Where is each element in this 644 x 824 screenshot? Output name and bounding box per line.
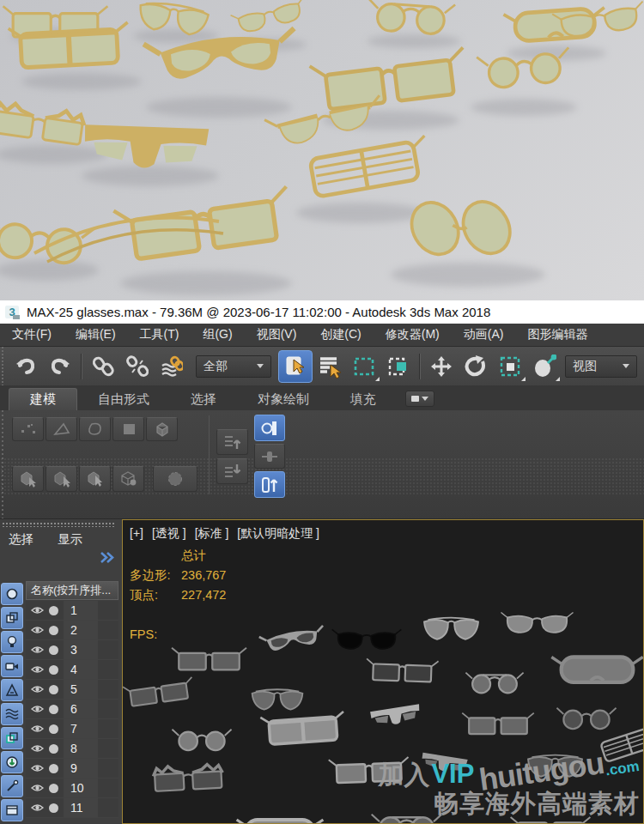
menu-tools[interactable]: 工具(T) <box>128 324 191 346</box>
viewport-menu-shading[interactable]: [默认明暗处理 ] <box>237 526 319 542</box>
viewport-menu-standard[interactable]: [标准 ] <box>195 526 229 542</box>
viewport-object[interactable] <box>511 817 591 823</box>
table-row[interactable]: 11 <box>26 798 118 818</box>
modifier-stack-down-button[interactable] <box>216 458 248 484</box>
selection-filter-dropdown[interactable]: 全部 <box>196 355 271 378</box>
unlink-button[interactable] <box>120 350 155 383</box>
menu-views[interactable]: 视图(V) <box>245 324 309 346</box>
geometry-filter-button[interactable] <box>1 583 23 605</box>
toggle-tube-button[interactable] <box>254 471 285 498</box>
viewport-menu-pov[interactable]: [透视 ] <box>152 526 186 542</box>
border-mode-button[interactable] <box>79 417 111 441</box>
menu-file[interactable]: 文件(F) <box>0 324 64 346</box>
visibility-eye-icon[interactable] <box>31 665 44 674</box>
viewport-object[interactable] <box>260 712 345 745</box>
visibility-eye-icon[interactable] <box>31 685 44 694</box>
redo-button[interactable] <box>43 350 77 383</box>
visibility-eye-icon[interactable] <box>31 803 44 812</box>
select-and-place-button[interactable] <box>527 350 562 383</box>
table-row[interactable]: 9 <box>26 759 118 779</box>
show-end-result-button[interactable] <box>254 415 285 441</box>
viewport-object[interactable] <box>237 820 324 823</box>
visibility-eye-icon[interactable] <box>31 784 44 792</box>
table-row[interactable]: 7 <box>26 719 118 739</box>
bind-to-space-warp-button[interactable] <box>155 350 189 383</box>
menu-group[interactable]: 组(G) <box>191 324 244 346</box>
groups-filter-button[interactable] <box>1 727 23 749</box>
menu-modifiers[interactable]: 修改器(M) <box>374 324 452 346</box>
viewport-object[interactable] <box>370 704 421 727</box>
expand-toolbar-icon[interactable] <box>100 552 115 563</box>
table-row[interactable]: 2 <box>26 621 118 640</box>
select-object-button[interactable] <box>278 350 313 383</box>
viewport-object[interactable] <box>462 713 534 734</box>
viewport-object[interactable] <box>366 658 438 682</box>
table-row[interactable]: 4 <box>26 660 118 680</box>
visibility-eye-icon[interactable] <box>31 744 44 753</box>
select-and-move-button[interactable] <box>424 350 459 383</box>
visibility-eye-icon[interactable] <box>31 705 44 713</box>
preview-subobject-button[interactable] <box>12 466 44 492</box>
explorer-grip[interactable] <box>2 522 115 527</box>
containers-filter-button[interactable] <box>1 799 23 821</box>
table-row[interactable]: 5 <box>26 680 118 700</box>
undo-button[interactable] <box>9 350 43 383</box>
viewport-object[interactable] <box>153 764 223 791</box>
modifier-stack-up-button[interactable] <box>216 429 248 455</box>
explorer-menu-display[interactable]: 显示 <box>52 530 88 549</box>
menu-animation[interactable]: 动画(A) <box>452 324 516 346</box>
table-row[interactable]: 3 <box>26 640 118 660</box>
xref-filter-button[interactable] <box>1 751 23 773</box>
ribbon-tab-object-paint[interactable]: 对象绘制 <box>237 388 330 410</box>
helpers-filter-button[interactable] <box>1 679 23 701</box>
reference-coordsys-dropdown[interactable]: 视图 <box>565 355 637 378</box>
name-column-header[interactable]: 名称(按升序排... <box>26 581 118 600</box>
table-row[interactable]: 8 <box>26 739 118 759</box>
visibility-eye-icon[interactable] <box>31 626 44 634</box>
table-row[interactable]: 10 <box>26 779 118 798</box>
menu-create[interactable]: 创建(C) <box>308 324 373 346</box>
perspective-viewport[interactable]: [+] [透视 ] [标准 ] [默认明暗处理 ] 总计 多边形: 236,76… <box>122 519 644 824</box>
select-by-name-button[interactable] <box>313 350 347 383</box>
visibility-eye-icon[interactable] <box>31 724 44 733</box>
explorer-menu-select[interactable]: 选择 <box>3 530 39 549</box>
lights-filter-button[interactable] <box>1 631 23 653</box>
menu-graph-editors[interactable]: 图形编辑器 <box>515 324 599 346</box>
window-crossing-button[interactable] <box>381 350 416 383</box>
viewport-object[interactable] <box>465 673 523 694</box>
select-and-link-button[interactable] <box>86 350 120 383</box>
cameras-filter-button[interactable] <box>1 655 23 677</box>
visibility-eye-icon[interactable] <box>31 764 44 772</box>
viewport-object[interactable] <box>259 626 326 653</box>
ribbon-tab-selection[interactable]: 选择 <box>170 388 237 410</box>
viewport-object[interactable] <box>252 689 303 709</box>
spacewarps-filter-button[interactable] <box>1 703 23 725</box>
ribbon-minimize-button[interactable] <box>405 391 434 407</box>
edge-mode-button[interactable] <box>46 417 77 441</box>
viewport-object[interactable] <box>556 708 616 729</box>
visibility-eye-icon[interactable] <box>31 606 44 615</box>
ribbon-tab-modeling[interactable]: 建模 <box>9 388 77 410</box>
viewport-object[interactable] <box>172 648 246 670</box>
viewport-object[interactable] <box>501 613 574 633</box>
ribbon-tab-populate[interactable]: 填充 <box>330 388 397 410</box>
sphere-tool-button[interactable] <box>153 466 197 492</box>
preview-multi-button[interactable] <box>46 466 77 492</box>
select-and-scale-button[interactable] <box>493 350 527 383</box>
pin-stack-button[interactable] <box>254 444 285 469</box>
viewport-object[interactable] <box>172 730 231 750</box>
viewport-object[interactable] <box>332 629 402 648</box>
element-mode-button[interactable] <box>146 417 178 441</box>
select-and-rotate-button[interactable] <box>459 350 493 383</box>
ribbon-tab-freeform[interactable]: 自由形式 <box>77 388 170 410</box>
polygon-mode-button[interactable] <box>112 417 144 441</box>
vertex-mode-button[interactable] <box>12 417 44 441</box>
visibility-eye-icon[interactable] <box>31 645 44 654</box>
menu-edit[interactable]: 编辑(E) <box>64 324 128 346</box>
toolbar-grip[interactable] <box>0 347 6 385</box>
table-row[interactable]: 1 <box>26 601 118 621</box>
table-row[interactable]: 6 <box>26 700 118 719</box>
viewport-menu-general[interactable]: [+] <box>130 526 143 542</box>
toggle-command-panel-button[interactable] <box>112 466 144 492</box>
bones-filter-button[interactable] <box>1 775 23 797</box>
